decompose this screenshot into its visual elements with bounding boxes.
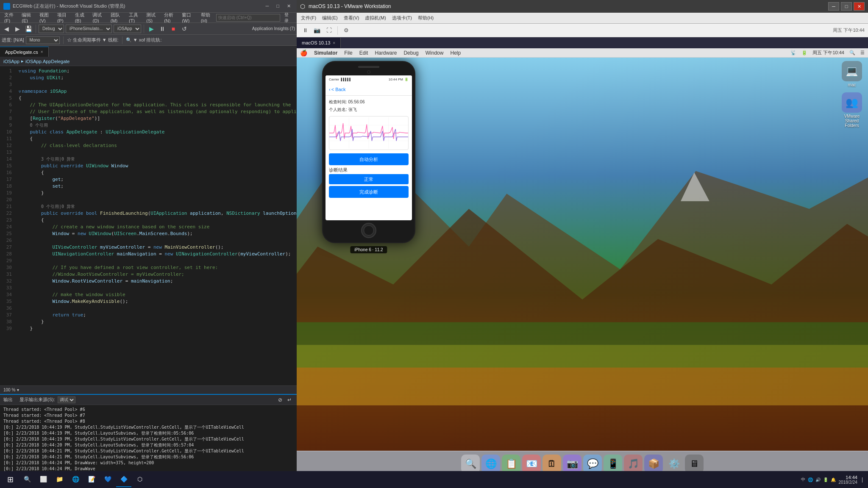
quick-launch-input[interactable]	[216, 14, 280, 22]
vs-menu-project[interactable]: 项目(P)	[55, 13, 72, 22]
systray-network-icon[interactable]: 🌐	[808, 477, 813, 482]
code-line-13	[19, 149, 293, 156]
vmware-menu-vm[interactable]: 虚拟机(M)	[362, 14, 389, 22]
macos-menu-debug[interactable]: Debug	[403, 50, 418, 56]
vs-close-btn[interactable]: ✕	[284, 3, 293, 9]
macos-menu-hardware[interactable]: Hardware	[375, 50, 397, 56]
taskbar-item-vmware[interactable]: ⬡	[132, 472, 147, 487]
dock-item-facetime[interactable]: 📱	[604, 455, 622, 473]
vmware-menu-file[interactable]: 文件(F)	[298, 14, 319, 22]
macos-menu-help[interactable]: Help	[450, 50, 461, 56]
taskbar-item-edge[interactable]: 🌐	[68, 472, 83, 487]
taskbar-item-vs[interactable]: 🔷	[116, 472, 131, 487]
macos-menu-simulator[interactable]: Simulator	[314, 50, 337, 56]
vs-code-area[interactable]: 12345 678910 1112131415 1617181920 21222…	[0, 66, 297, 385]
vs-menu-team[interactable]: 团队(M)	[108, 13, 126, 22]
taskbar-item-word[interactable]: 📝	[84, 472, 99, 487]
taskbar-item-explorer[interactable]: 📁	[52, 472, 67, 487]
macos-menu-edit[interactable]: Edit	[359, 50, 368, 56]
vm-tab-macos[interactable]: macOS 10.13 ×	[297, 38, 341, 48]
vs-menu-debug[interactable]: 调试(D)	[90, 13, 108, 22]
search-icon: 🔍	[23, 475, 31, 483]
systray-ime1[interactable]: 中	[801, 477, 805, 482]
output-source-select[interactable]: 调试	[58, 396, 75, 403]
restart-btn[interactable]: ↺	[180, 24, 189, 33]
vs-menu-help[interactable]: 帮助(H)	[198, 13, 216, 22]
iphone-complete-btn[interactable]: 完成诊断	[329, 186, 409, 198]
vmware-close-btn[interactable]: ✕	[854, 2, 865, 11]
iphone-home-btn[interactable]	[361, 223, 376, 238]
mac-icon-computer[interactable]: 💻 mac	[839, 61, 865, 87]
macos-menu-icon[interactable]: ☰	[860, 50, 865, 55]
vs-code-content[interactable]: ▽using Foundation; using UIKit; ▽namespa…	[15, 66, 297, 385]
save-btn[interactable]: 💾	[24, 24, 33, 33]
pause-btn[interactable]: ⏸	[158, 24, 167, 33]
taskbar-item-powershell[interactable]: 💙	[100, 472, 115, 487]
iphone-auto-analyze-btn[interactable]: 自动分析	[329, 153, 409, 165]
dock-item-calendar[interactable]: 🗓	[542, 455, 561, 473]
stop-btn[interactable]: ■	[169, 24, 178, 33]
dock-item-launchpad[interactable]: 🖥	[685, 455, 704, 473]
vmware-menu-edit[interactable]: 编辑(E)	[320, 14, 340, 22]
macos-menu-file[interactable]: File	[344, 50, 352, 56]
show-desktop-btn[interactable]: |	[862, 477, 863, 482]
vmware-menu-tabs[interactable]: 选项卡(T)	[389, 14, 415, 22]
device-select[interactable]: iPhoneSimulato...	[66, 25, 112, 33]
config-select[interactable]: Debug	[39, 25, 64, 33]
forward-btn[interactable]: ▶	[13, 24, 22, 33]
mac-icon-shared[interactable]: 👥 VMware Shared Folders	[839, 92, 865, 128]
vs-output-panel: 输出 显示输出来源(S): 调试 ⊘ ↵ Thread started: <Th…	[0, 394, 297, 479]
vs-menu-window[interactable]: 窗口(W)	[179, 13, 198, 22]
vmware-prefs-btn[interactable]: ⚙	[341, 25, 351, 36]
vmware-restore-btn[interactable]: □	[841, 2, 852, 11]
vs-menu-test[interactable]: 测试(S)	[144, 13, 161, 22]
code-line-12: // class-level declarations	[19, 142, 293, 149]
vs-menu-build[interactable]: 生成(B)	[72, 13, 90, 22]
iphone-back-btn[interactable]: ‹ < Back	[329, 87, 346, 92]
vs-menu-edit[interactable]: 编辑(E)	[19, 13, 37, 22]
dock-item-music[interactable]: 🎵	[624, 455, 643, 473]
iphone-diagnosis-result: 正常	[329, 174, 409, 184]
vs-menu-analyze[interactable]: 分析(N)	[161, 13, 179, 22]
win-start-btn[interactable]: ⊞	[2, 471, 19, 488]
vmware-menu-view[interactable]: 查看(V)	[341, 14, 362, 22]
vs-menu-file[interactable]: 文件(F)	[2, 13, 19, 22]
vmware-snapshot-btn[interactable]: 📷	[312, 25, 322, 36]
vmware-power-btn[interactable]: ⏸	[300, 25, 310, 36]
dock-item-safari[interactable]: 🌐	[481, 455, 500, 473]
notification-icon[interactable]: 🔔	[831, 477, 836, 482]
systray-battery-icon[interactable]: 🔋	[823, 477, 828, 482]
macos-menu-window[interactable]: Window	[426, 50, 444, 56]
dock-item-photos[interactable]: 📷	[563, 455, 581, 473]
win-clock[interactable]: 14:44 2018/2/24	[838, 475, 857, 485]
vmware-fullscreen-btn[interactable]: ⛶	[324, 25, 334, 36]
dock-item-finder[interactable]: 🔍	[461, 455, 480, 473]
systray-volume-icon[interactable]: 🔊	[815, 477, 821, 482]
vs-minimize-btn[interactable]: ─	[263, 3, 272, 9]
output-wrap-btn[interactable]: ↵	[286, 396, 293, 404]
run-btn[interactable]: ▶	[147, 24, 156, 33]
vs-tab-close[interactable]: ×	[41, 50, 43, 54]
taskbar-item-search[interactable]: 🔍	[19, 472, 35, 487]
dock-item-appstore[interactable]: 📦	[644, 455, 663, 473]
dock-item-messages[interactable]: 💬	[583, 455, 602, 473]
back-btn[interactable]: ◀	[2, 24, 11, 33]
vmware-minimize-btn[interactable]: ─	[828, 2, 839, 11]
macos-search-icon[interactable]: 🔍	[849, 50, 855, 55]
output-clear-btn[interactable]: ⊘	[276, 396, 284, 404]
vs-maximize-btn[interactable]: □	[274, 3, 282, 9]
dock-item-prefs[interactable]: ⚙️	[665, 455, 683, 473]
vs-tab-appdelegate[interactable]: AppDelegate.cs ×	[0, 47, 49, 57]
project-select[interactable]: iOSApp	[114, 25, 141, 33]
dock-item-mail[interactable]: 📧	[522, 455, 541, 473]
font-select[interactable]: Mono	[26, 36, 60, 44]
macos-apple-icon[interactable]: 🍎	[300, 50, 307, 56]
vs-menu-tools[interactable]: 工具(T)	[126, 13, 144, 22]
taskbar-item-task-view[interactable]: ⬜	[36, 472, 51, 487]
vmware-menu-help[interactable]: 帮助(H)	[415, 14, 436, 22]
login-btn[interactable]: 登录	[282, 12, 295, 24]
app-insights[interactable]: Application Insights (7)	[252, 26, 295, 31]
vm-tab-close[interactable]: ×	[333, 41, 335, 45]
vs-menu-view[interactable]: 视图(V)	[37, 13, 55, 22]
dock-item-contacts[interactable]: 📋	[502, 455, 520, 473]
